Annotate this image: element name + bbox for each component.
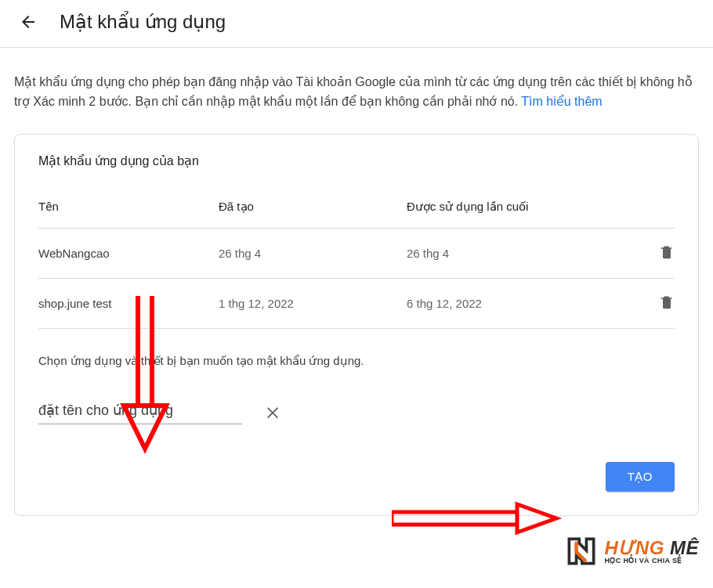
watermark-subtitle: HỌC HỎI VÀ CHIA SẺ [604,557,699,565]
page-title: Mật khẩu ứng dụng [60,11,226,33]
app-passwords-card: Mật khẩu ứng dụng của bạn Tên Đã tạo Đượ… [14,134,699,516]
create-button[interactable]: TẠO [606,462,675,492]
action-row: TẠO [38,462,675,492]
header-bar: Mật khẩu ứng dụng [0,0,713,48]
choose-instruction: Chọn ứng dụng và thiết bị bạn muốn tạo m… [38,354,675,368]
back-arrow-icon[interactable] [19,13,38,31]
column-header-created: Đã tạo [219,200,407,229]
card-heading: Mật khẩu ứng dụng của bạn [38,153,675,168]
name-input-row [38,399,675,424]
content-area: Mật khẩu ứng dụng cho phép bạn đăng nhập… [0,48,713,516]
close-icon[interactable] [264,403,281,420]
app-passwords-table: Tên Đã tạo Được sử dụng lần cuối WebNang… [38,200,675,329]
cell-name: shop.june test [38,278,219,328]
watermark-mark-icon [563,533,599,569]
app-name-input[interactable] [38,399,242,424]
cell-name: WebNangcao [38,228,219,278]
watermark-logo: HƯNG MÊ HỌC HỎI VÀ CHIA SẺ [563,533,699,569]
column-header-last-used: Được sử dụng lần cuối [407,200,648,229]
trash-icon[interactable] [659,294,675,310]
column-header-name: Tên [38,200,219,229]
cell-last-used: 6 thg 12, 2022 [407,278,648,328]
cell-last-used: 26 thg 4 [407,228,648,278]
intro-text: Mật khẩu ứng dụng cho phép bạn đăng nhập… [14,73,699,112]
cell-created: 26 thg 4 [219,228,407,278]
cell-created: 1 thg 12, 2022 [219,278,407,328]
trash-icon[interactable] [659,244,675,260]
table-row: shop.june test 1 thg 12, 2022 6 thg 12, … [38,278,675,328]
table-row: WebNangcao 26 thg 4 26 thg 4 [38,228,675,278]
learn-more-link[interactable]: Tìm hiểu thêm [521,95,602,108]
watermark-title: HƯNG MÊ [604,538,699,557]
